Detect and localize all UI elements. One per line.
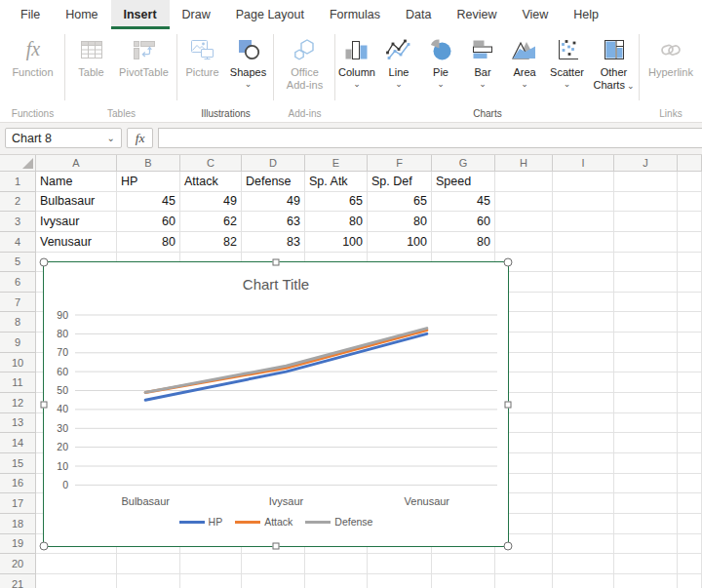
- cell-F1[interactable]: Sp. Def: [368, 172, 432, 192]
- cell-I6[interactable]: [553, 272, 614, 293]
- cell-H3[interactable]: [495, 212, 553, 232]
- cell-A20[interactable]: [36, 554, 117, 574]
- cell-J19[interactable]: [614, 534, 678, 555]
- name-box[interactable]: Chart 8 ⌄: [5, 128, 122, 148]
- cell-K1[interactable]: [678, 172, 702, 192]
- cell-I19[interactable]: [553, 534, 614, 555]
- cell-B2[interactable]: 45: [117, 192, 180, 213]
- cell-J14[interactable]: [614, 433, 678, 453]
- row-header-5[interactable]: 5: [0, 253, 36, 273]
- legend-item-hp[interactable]: HP: [179, 516, 223, 528]
- cell-E4[interactable]: 100: [305, 232, 368, 253]
- cell-C1[interactable]: Attack: [180, 172, 242, 192]
- cell-B4[interactable]: 80: [117, 232, 180, 253]
- chart-resize-handle[interactable]: [505, 401, 512, 408]
- cell-A1[interactable]: Name: [36, 172, 117, 192]
- cell-D21[interactable]: [242, 574, 305, 588]
- chart-resize-handle[interactable]: [273, 259, 280, 266]
- cell-H4[interactable]: [495, 232, 553, 253]
- tab-review[interactable]: Review: [444, 0, 509, 29]
- cell-I10[interactable]: [553, 353, 614, 373]
- cell-K5[interactable]: [678, 253, 702, 273]
- cell-K18[interactable]: [678, 514, 702, 534]
- row-header-16[interactable]: 16: [0, 474, 36, 494]
- cell-J10[interactable]: [614, 353, 678, 373]
- cell-I4[interactable]: [553, 232, 614, 253]
- tab-insert[interactable]: Insert: [111, 0, 170, 29]
- cell-J17[interactable]: [614, 493, 678, 514]
- cell-J20[interactable]: [614, 554, 678, 574]
- row-header-19[interactable]: 19: [0, 534, 36, 555]
- cell-F20[interactable]: [368, 554, 432, 574]
- cell-J13[interactable]: [614, 413, 678, 434]
- cell-J21[interactable]: [614, 574, 678, 588]
- cell-I12[interactable]: [553, 393, 614, 413]
- cell-H20[interactable]: [495, 554, 553, 574]
- cell-A3[interactable]: Ivysaur: [36, 212, 117, 232]
- cell-J7[interactable]: [614, 293, 678, 313]
- chart-resize-handle[interactable]: [273, 543, 280, 550]
- cell-K17[interactable]: [678, 493, 702, 514]
- cell-E3[interactable]: 80: [305, 212, 368, 232]
- row-header-17[interactable]: 17: [0, 493, 36, 514]
- cell-J9[interactable]: [614, 333, 678, 353]
- cell-K20[interactable]: [678, 554, 702, 574]
- cell-K9[interactable]: [678, 333, 702, 353]
- tab-view[interactable]: View: [509, 0, 561, 29]
- cell-G1[interactable]: Speed: [432, 172, 495, 192]
- other-charts-button[interactable]: Other Charts⌄: [589, 35, 640, 93]
- cell-J15[interactable]: [614, 453, 678, 474]
- cell-K15[interactable]: [678, 453, 702, 474]
- cell-I18[interactable]: [553, 514, 614, 534]
- cell-J11[interactable]: [614, 372, 678, 393]
- cell-K16[interactable]: [678, 474, 702, 494]
- column-header-I[interactable]: I: [553, 155, 614, 172]
- cell-D20[interactable]: [242, 554, 305, 574]
- cell-H1[interactable]: [495, 172, 553, 192]
- cell-D2[interactable]: 49: [242, 192, 305, 213]
- cell-I7[interactable]: [553, 293, 614, 313]
- cell-E20[interactable]: [305, 554, 368, 574]
- cell-A2[interactable]: Bulbasaur: [36, 192, 117, 213]
- cell-G20[interactable]: [432, 554, 495, 574]
- cell-H2[interactable]: [495, 192, 553, 213]
- cell-I17[interactable]: [553, 493, 614, 514]
- cell-C4[interactable]: 82: [180, 232, 242, 253]
- cell-A4[interactable]: Venusaur: [36, 232, 117, 253]
- cell-J1[interactable]: [614, 172, 678, 192]
- cell-K8[interactable]: [678, 312, 702, 333]
- cell-I15[interactable]: [553, 453, 614, 474]
- chart-resize-handle[interactable]: [40, 542, 49, 551]
- insert-function-button[interactable]: fx: [127, 128, 153, 148]
- embedded-chart[interactable]: Chart Title 0102030405060708090Bulbasaur…: [43, 261, 509, 547]
- cell-J16[interactable]: [614, 474, 678, 494]
- cell-D1[interactable]: Defense: [242, 172, 305, 192]
- chevron-down-icon[interactable]: ⌄: [107, 133, 115, 143]
- cell-J6[interactable]: [614, 272, 678, 293]
- column-header-C[interactable]: C: [180, 155, 242, 172]
- cell-E2[interactable]: 65: [305, 192, 368, 213]
- cell-C3[interactable]: 62: [180, 212, 242, 232]
- cell-I3[interactable]: [553, 212, 614, 232]
- cell-J12[interactable]: [614, 393, 678, 413]
- cell-B20[interactable]: [117, 554, 180, 574]
- cell-G2[interactable]: 45: [432, 192, 495, 213]
- cell-F4[interactable]: 100: [368, 232, 432, 253]
- tab-help[interactable]: Help: [561, 0, 611, 29]
- cell-K14[interactable]: [678, 433, 702, 453]
- cell-K10[interactable]: [678, 353, 702, 373]
- tab-home[interactable]: Home: [53, 0, 110, 29]
- tab-draw[interactable]: Draw: [170, 0, 223, 29]
- area-button[interactable]: Area⌄: [504, 35, 546, 88]
- row-header-12[interactable]: 12: [0, 393, 36, 413]
- cell-I13[interactable]: [553, 413, 614, 434]
- column-header-D[interactable]: D: [242, 155, 305, 172]
- row-header-10[interactable]: 10: [0, 353, 36, 373]
- cell-D3[interactable]: 63: [242, 212, 305, 232]
- cell-I11[interactable]: [553, 372, 614, 393]
- cell-I14[interactable]: [553, 433, 614, 453]
- cell-I21[interactable]: [553, 574, 614, 588]
- column-button[interactable]: Column⌄: [336, 35, 378, 88]
- line-button[interactable]: Line⌄: [378, 35, 420, 88]
- cell-I20[interactable]: [553, 554, 614, 574]
